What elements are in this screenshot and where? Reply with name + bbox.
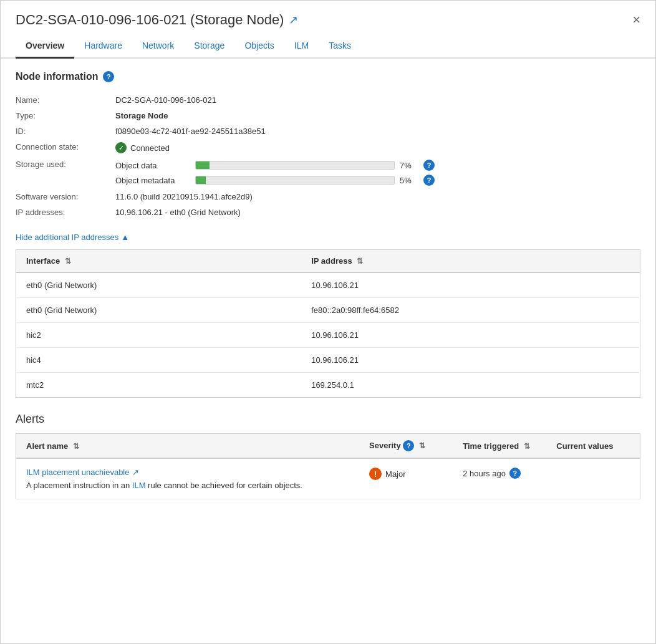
node-info-section-title: Node information ?	[16, 71, 640, 82]
alert-severity-cell: ! Major	[359, 458, 453, 499]
tabs-container: Overview Hardware Network Storage Object…	[1, 34, 655, 59]
ip-table-row: eth0 (Grid Network) fe80::2a0:98ff:fe64:…	[16, 298, 640, 323]
ip-address-cell: fe80::2a0:98ff:fe64:6582	[301, 298, 640, 323]
tab-ilm[interactable]: ILM	[284, 34, 319, 59]
software-label: Software version:	[16, 192, 115, 201]
time-triggered: 2 hours ago ?	[463, 468, 536, 479]
alert-description: A placement instruction in an ILM rule c…	[26, 481, 349, 490]
alert-name-link[interactable]: ILM placement unachievable ↗	[26, 468, 349, 477]
close-button[interactable]: ×	[632, 13, 640, 27]
alert-time-cell: 2 hours ago ?	[453, 458, 546, 499]
ilm-link[interactable]: ILM	[132, 481, 146, 490]
ip-address-cell: 169.254.0.1	[301, 373, 640, 398]
ip-interface-cell: eth0 (Grid Network)	[16, 298, 302, 323]
ip-table-row: hic4 10.96.106.21	[16, 348, 640, 373]
ip-table-row: eth0 (Grid Network) 10.96.106.21	[16, 272, 640, 298]
id-value: f0890e03-4c72-401f-ae92-245511a38e51	[115, 127, 266, 136]
id-row: ID: f0890e03-4c72-401f-ae92-245511a38e51	[16, 123, 640, 139]
ip-row: IP addresses: 10.96.106.21 - eth0 (Grid …	[16, 204, 640, 220]
alerts-table: Alert name ⇅ Severity ? ⇅ Time triggered…	[16, 433, 640, 499]
severity-text: Major	[385, 469, 406, 479]
connection-label: Connection state:	[16, 142, 115, 151]
ip-table-row: mtc2 169.254.0.1	[16, 373, 640, 398]
node-info-help-icon[interactable]: ?	[103, 71, 114, 82]
hide-ip-text: Hide additional IP addresses	[16, 233, 118, 242]
object-metadata-help-icon[interactable]: ?	[423, 175, 435, 186]
storage-values: Object data 7% ? Object metadata	[115, 160, 435, 186]
object-data-row: Object data 7% ?	[115, 160, 435, 171]
modal-title: DC2-SGA-010-096-106-021 (Storage Node) ↗	[16, 12, 298, 28]
external-link-icon[interactable]: ↗	[289, 13, 298, 27]
ip-interface-cell: hic2	[16, 323, 302, 348]
tab-overview[interactable]: Overview	[16, 34, 74, 59]
node-info-table: Name: DC2-SGA-010-096-106-021 Type: Stor…	[16, 92, 640, 220]
hide-ip-link[interactable]: Hide additional IP addresses ▲	[16, 233, 640, 242]
id-label: ID:	[16, 127, 115, 136]
severity-badge: ! Major	[369, 468, 443, 480]
time-help-icon[interactable]: ?	[509, 468, 521, 479]
ip-table-interface-header: Interface ⇅	[16, 250, 302, 273]
object-metadata-row: Object metadata 5% ?	[115, 175, 435, 186]
storage-row: Storage used: Object data 7% ? Object	[16, 156, 640, 189]
type-value: Storage Node	[115, 111, 168, 120]
tab-objects[interactable]: Objects	[234, 34, 284, 59]
name-label: Name:	[16, 95, 115, 105]
type-label: Type:	[16, 111, 115, 120]
object-metadata-progress-bar	[195, 176, 395, 185]
connection-row: Connection state: ✓ Connected	[16, 139, 640, 156]
modal-container: DC2-SGA-010-096-106-021 (Storage Node) ↗…	[0, 0, 656, 644]
ip-addresses-table: Interface ⇅ IP address ⇅ eth0 (Grid Netw…	[16, 249, 640, 398]
tab-tasks[interactable]: Tasks	[319, 34, 361, 59]
ip-table-row: hic2 10.96.106.21	[16, 323, 640, 348]
ip-interface-cell: mtc2	[16, 373, 302, 398]
title-text: DC2-SGA-010-096-106-021 (Storage Node)	[16, 12, 284, 28]
alert-table-row: ILM placement unachievable ↗ A placement…	[16, 458, 640, 499]
content-area: Node information ? Name: DC2-SGA-010-096…	[1, 59, 655, 512]
ip-primary: 10.96.106.21 - eth0 (Grid Network)	[115, 208, 241, 217]
object-metadata-label: Object metadata	[115, 176, 190, 185]
object-data-help-icon[interactable]: ?	[423, 160, 435, 171]
ip-sort-icon[interactable]: ⇅	[357, 257, 363, 266]
severity-help-icon[interactable]: ?	[403, 440, 414, 451]
ip-address-cell: 10.96.106.21	[301, 348, 640, 373]
name-value: DC2-SGA-010-096-106-021	[115, 95, 216, 105]
ip-address-cell: 10.96.106.21	[301, 272, 640, 298]
alert-external-link-icon: ↗	[132, 468, 139, 477]
ip-interface-cell: eth0 (Grid Network)	[16, 272, 302, 298]
connected-check-icon: ✓	[115, 142, 127, 153]
severity-warning-icon: !	[369, 468, 382, 480]
object-metadata-fill	[196, 176, 206, 184]
object-data-fill	[196, 161, 210, 169]
alerts-current-header: Current values	[546, 434, 640, 459]
object-data-percent: 7%	[400, 161, 418, 170]
severity-sort-icon[interactable]: ⇅	[419, 441, 425, 450]
type-row: Type: Storage Node	[16, 108, 640, 123]
software-row: Software version: 11.6.0 (build 20210915…	[16, 189, 640, 204]
alerts-section-title: Alerts	[16, 413, 640, 426]
interface-sort-icon[interactable]: ⇅	[65, 257, 71, 266]
hide-ip-chevron-icon: ▲	[121, 233, 129, 242]
ip-address-cell: 10.96.106.21	[301, 323, 640, 348]
alert-current-cell	[546, 458, 640, 499]
tab-storage[interactable]: Storage	[184, 34, 234, 59]
ip-value: 10.96.106.21 - eth0 (Grid Network)	[115, 208, 241, 217]
alert-name-sort-icon[interactable]: ⇅	[73, 442, 79, 451]
tab-network[interactable]: Network	[132, 34, 184, 59]
software-value: 11.6.0 (build 20210915.1941.afce2d9)	[115, 192, 253, 201]
ip-table-ip-header: IP address ⇅	[301, 250, 640, 273]
object-metadata-percent: 5%	[400, 176, 418, 185]
alerts-name-header: Alert name ⇅	[16, 434, 360, 459]
ip-interface-cell: hic4	[16, 348, 302, 373]
connection-state: ✓ Connected	[115, 142, 170, 153]
storage-label: Storage used:	[16, 160, 115, 169]
tab-hardware[interactable]: Hardware	[74, 34, 132, 59]
name-row: Name: DC2-SGA-010-096-106-021	[16, 92, 640, 108]
node-info-title: Node information	[16, 71, 98, 82]
connected-text: Connected	[130, 143, 170, 153]
storage-container: Object data 7% ? Object metadata	[115, 160, 435, 186]
connection-value: ✓ Connected	[115, 142, 170, 153]
object-data-progress-bar	[195, 161, 395, 170]
alerts-time-header: Time triggered ⇅	[453, 434, 546, 459]
alert-name-cell: ILM placement unachievable ↗ A placement…	[16, 458, 360, 499]
time-sort-icon[interactable]: ⇅	[524, 442, 530, 451]
